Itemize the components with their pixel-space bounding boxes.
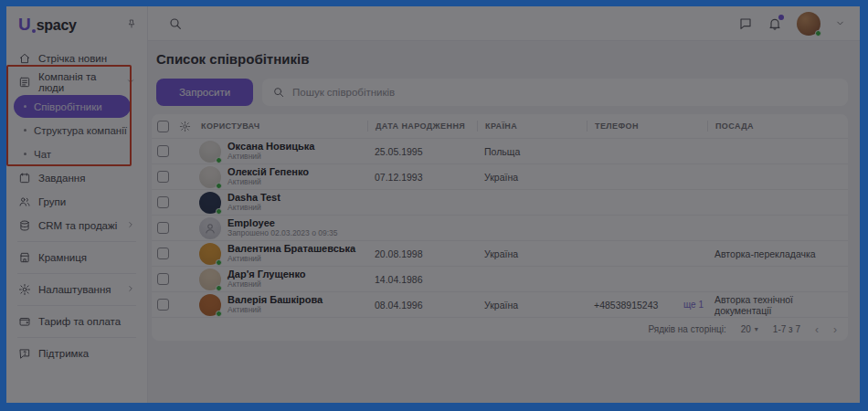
birthdate-cell: 08.04.1996 [367,300,477,311]
sidebar-item-shop[interactable]: Крамниця [14,246,140,269]
sidebar-item-support[interactable]: Підтримка [14,342,140,365]
row-checkbox[interactable] [157,171,169,183]
gear-icon [18,283,31,296]
avatar-placeholder [199,217,221,239]
row-checkbox[interactable] [157,273,169,285]
sidebar-item-groups[interactable]: Групи [14,190,140,214]
user-avatar[interactable] [797,12,820,36]
chevron-right-icon [126,284,135,295]
bell-icon[interactable] [767,16,782,31]
avatar [199,166,221,188]
user-cell: Олексій ГепенкоАктивний [199,166,367,188]
invite-button[interactable]: Запросити [156,79,253,106]
topbar-actions [738,12,845,36]
user-status: Активний [228,306,323,314]
column-header-user[interactable]: КОРИСТУВАЧ [199,121,367,132]
online-status-dot [216,157,222,163]
user-name: Employee [228,217,338,228]
user-cell: Валентина БраташевськаАктивний [199,243,367,265]
user-name: Валентина Браташевська [228,243,355,254]
user-name: Олексій Гепенко [228,166,309,177]
sidebar-item-settings[interactable]: Налаштування [14,278,140,301]
wallet-icon [18,315,31,328]
logo-dot-icon [32,29,36,33]
user-cell: Дар'я ГлущенкоАктивний [199,269,367,290]
sidebar-item-tasks[interactable]: Завдання [14,166,140,190]
birthdate-cell: 14.04.1986 [367,274,477,285]
groups-icon [18,195,31,208]
actions-row: Запросити [156,79,848,106]
position-cell: Авторка-перекладачка [707,248,842,259]
column-header-position[interactable]: ПОСАДА [707,121,842,132]
chevron-down-icon: ▾ [755,325,758,333]
logo-text: spacy [37,17,77,34]
avatar [199,192,221,214]
sidebar-item-crm[interactable]: CRM та продажі [14,214,140,237]
next-page-button[interactable]: › [833,324,837,335]
column-header-phone[interactable]: ТЕЛЕФОН [587,121,707,132]
online-status-dot [815,30,821,37]
search-icon[interactable] [168,16,183,31]
annotation-highlight-box [6,65,132,166]
column-header-country[interactable]: КРАЇНА [477,121,587,132]
previous-page-button[interactable]: ‹ [815,324,819,335]
row-checkbox[interactable] [157,196,169,208]
sidebar-item-label: Тариф та оплата [38,316,121,327]
country-cell: Україна [477,300,587,311]
home-icon [18,52,31,65]
chat-icon[interactable] [738,16,753,31]
user-status: Запрошено 02.03.2023 о 09:35 [228,229,338,237]
avatar [199,294,221,316]
employee-search-input[interactable] [262,79,848,106]
country-cell: Україна [477,172,587,183]
rows-per-page-select[interactable]: 20▾ [741,324,758,334]
sidebar-item-label: CRM та продажі [38,220,117,231]
search-icon [272,86,285,99]
user-name: Валерія Башкірова [228,294,323,305]
page-title: Список співробітників [156,51,848,67]
row-checkbox[interactable] [157,248,169,259]
table-row[interactable]: Валерія БашкіроваАктивний 08.04.1996 Укр… [152,291,848,317]
table-row[interactable]: Олексій ГепенкоАктивний 07.12.1993 Украї… [152,163,848,189]
table-settings-gear-icon[interactable] [179,121,199,132]
column-header-birthdate[interactable]: ДАТА НАРОДЖЕННЯ [367,121,477,132]
table-row[interactable]: Оксана НовицькаАктивний 25.05.1995 Польщ… [152,138,848,163]
row-checkbox[interactable] [157,299,169,311]
user-cell: Валерія БашкіроваАктивний [199,294,367,316]
chevron-down-icon[interactable] [835,18,845,28]
user-cell: Dasha TestАктивний [199,192,367,214]
sidebar-header: U spacy [6,6,147,43]
country-cell: Польща [477,146,587,157]
pagination-range: 1-7 з 7 [773,324,800,334]
table-row[interactable]: Dasha TestАктивний [152,189,848,215]
birthdate-cell: 25.05.1995 [367,146,477,157]
birthdate-cell: 07.12.1993 [367,172,477,183]
avatar [199,269,221,290]
table-row[interactable]: Валентина БраташевськаАктивний 20.08.199… [152,240,848,266]
page-content: Список співробітників Запросити КОРИСТУВ… [148,41,860,403]
employee-search [262,79,848,106]
app-window: U spacy Стрічка новин Компанія та люди С… [6,6,860,403]
user-name: Дар'я Глущенко [228,269,306,279]
pin-icon[interactable] [126,16,137,33]
user-name: Оксана Новицька [228,141,314,152]
more-phones-badge[interactable]: ще 1 [683,300,704,310]
table-row[interactable]: EmployeeЗапрошено 02.03.2023 о 09:35 [152,215,848,240]
table-header-row: КОРИСТУВАЧ ДАТА НАРОДЖЕННЯ КРАЇНА ТЕЛЕФО… [152,114,848,138]
notification-badge [778,15,784,20]
avatar [199,243,221,265]
sidebar-item-tariff[interactable]: Тариф та оплата [14,310,140,333]
sidebar-item-label: Групи [38,196,66,207]
online-status-dot [216,311,222,317]
avatar [199,141,221,163]
divider [17,241,136,242]
select-all-checkbox[interactable] [157,121,169,132]
online-status-dot [216,285,222,291]
row-checkbox[interactable] [157,222,169,234]
user-status: Активний [228,255,355,263]
row-checkbox[interactable] [157,145,169,157]
calendar-icon [18,172,31,184]
crm-icon [18,219,31,232]
table-row[interactable]: Дар'я ГлущенкоАктивний 14.04.1986 [152,266,848,291]
country-cell: Україна [477,248,587,259]
